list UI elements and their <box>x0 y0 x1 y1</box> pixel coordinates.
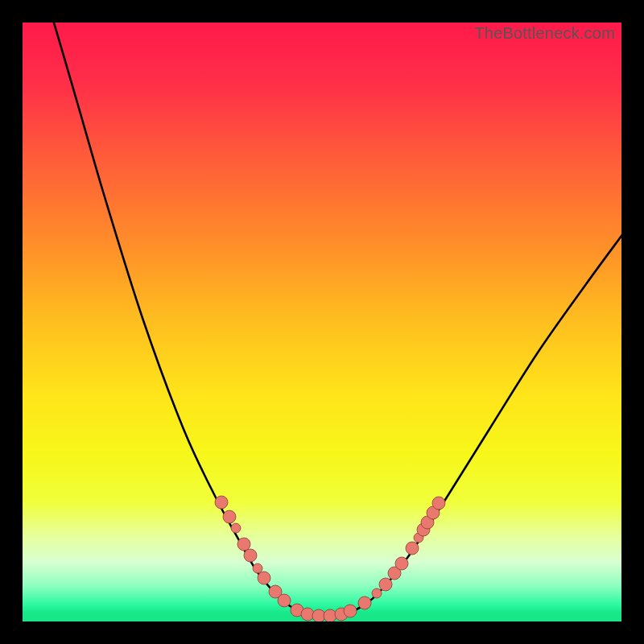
data-bead <box>395 557 408 570</box>
data-bead <box>379 578 392 591</box>
data-bead <box>432 497 445 510</box>
curve-layer <box>23 23 621 621</box>
data-bead <box>278 594 291 607</box>
data-bead <box>258 572 270 584</box>
data-bead <box>231 523 241 533</box>
data-bead <box>244 549 257 562</box>
data-bead <box>358 597 371 609</box>
data-bead <box>237 538 250 551</box>
data-bead <box>372 588 382 598</box>
data-bead <box>223 510 236 523</box>
bottleneck-curve <box>47 23 621 617</box>
data-bead <box>253 564 262 573</box>
data-bead <box>301 608 314 621</box>
outer-frame: TheBottleneck.com <box>0 0 644 644</box>
data-bead <box>215 496 228 509</box>
plot-area: TheBottleneck.com <box>23 23 621 621</box>
bead-group <box>215 496 445 621</box>
data-bead <box>324 609 336 621</box>
data-bead <box>344 605 357 617</box>
data-bead <box>312 609 325 621</box>
data-bead <box>406 542 419 555</box>
